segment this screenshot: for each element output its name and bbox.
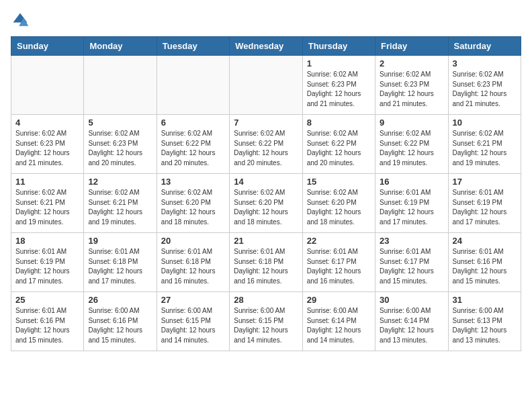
calendar-cell: 23Sunrise: 6:01 AM Sunset: 6:17 PM Dayli… [375, 233, 448, 292]
day-number: 12 [88, 177, 152, 187]
day-info: Sunrise: 6:02 AM Sunset: 6:23 PM Dayligh… [453, 70, 517, 109]
day-info: Sunrise: 6:01 AM Sunset: 6:18 PM Dayligh… [161, 247, 225, 286]
day-info: Sunrise: 6:01 AM Sunset: 6:19 PM Dayligh… [15, 247, 79, 286]
calendar-cell: 25Sunrise: 6:01 AM Sunset: 6:16 PM Dayli… [11, 292, 84, 351]
day-info: Sunrise: 6:01 AM Sunset: 6:16 PM Dayligh… [15, 306, 79, 345]
calendar-cell: 4Sunrise: 6:02 AM Sunset: 6:23 PM Daylig… [11, 115, 84, 174]
day-number: 25 [15, 295, 79, 305]
weekday-header-saturday: Saturday [448, 37, 521, 56]
day-number: 5 [88, 118, 152, 128]
day-info: Sunrise: 6:01 AM Sunset: 6:19 PM Dayligh… [380, 188, 443, 227]
day-number: 1 [307, 58, 371, 68]
day-number: 24 [453, 236, 517, 246]
calendar-cell: 6Sunrise: 6:02 AM Sunset: 6:22 PM Daylig… [157, 115, 229, 174]
day-info: Sunrise: 6:02 AM Sunset: 6:23 PM Dayligh… [307, 70, 371, 109]
day-number: 7 [234, 118, 298, 128]
day-info: Sunrise: 6:02 AM Sunset: 6:23 PM Dayligh… [380, 70, 443, 109]
calendar-cell: 10Sunrise: 6:02 AM Sunset: 6:21 PM Dayli… [448, 115, 521, 174]
day-number: 6 [161, 118, 225, 128]
day-number: 16 [380, 177, 443, 187]
calendar-cell: 27Sunrise: 6:00 AM Sunset: 6:15 PM Dayli… [157, 292, 229, 351]
calendar-cell: 15Sunrise: 6:02 AM Sunset: 6:20 PM Dayli… [302, 174, 375, 233]
week-row-5: 25Sunrise: 6:01 AM Sunset: 6:16 PM Dayli… [11, 292, 521, 351]
day-number: 20 [161, 236, 225, 246]
day-number: 15 [307, 177, 371, 187]
weekday-header-thursday: Thursday [302, 37, 375, 56]
calendar-cell: 24Sunrise: 6:01 AM Sunset: 6:16 PM Dayli… [448, 233, 521, 292]
calendar-cell: 22Sunrise: 6:01 AM Sunset: 6:17 PM Dayli… [302, 233, 375, 292]
calendar-cell: 7Sunrise: 6:02 AM Sunset: 6:22 PM Daylig… [230, 115, 302, 174]
calendar-header: SundayMondayTuesdayWednesdayThursdayFrid… [11, 37, 521, 56]
day-number: 23 [380, 236, 443, 246]
calendar-cell: 1Sunrise: 6:02 AM Sunset: 6:23 PM Daylig… [302, 56, 375, 115]
calendar-cell [230, 56, 302, 115]
calendar-cell: 9Sunrise: 6:02 AM Sunset: 6:22 PM Daylig… [375, 115, 448, 174]
day-number: 9 [380, 118, 443, 128]
day-info: Sunrise: 6:00 AM Sunset: 6:15 PM Dayligh… [234, 306, 298, 345]
calendar-cell: 19Sunrise: 6:01 AM Sunset: 6:18 PM Dayli… [84, 233, 157, 292]
day-number: 31 [453, 295, 517, 305]
weekday-header-tuesday: Tuesday [157, 37, 229, 56]
day-info: Sunrise: 6:02 AM Sunset: 6:20 PM Dayligh… [307, 188, 371, 227]
day-info: Sunrise: 6:02 AM Sunset: 6:21 PM Dayligh… [15, 188, 79, 227]
day-info: Sunrise: 6:02 AM Sunset: 6:23 PM Dayligh… [15, 129, 79, 168]
calendar-cell: 14Sunrise: 6:02 AM Sunset: 6:20 PM Dayli… [230, 174, 302, 233]
day-info: Sunrise: 6:01 AM Sunset: 6:17 PM Dayligh… [307, 247, 371, 286]
calendar-body: 1Sunrise: 6:02 AM Sunset: 6:23 PM Daylig… [11, 56, 521, 351]
calendar-cell: 3Sunrise: 6:02 AM Sunset: 6:23 PM Daylig… [448, 56, 521, 115]
logo [11, 11, 32, 30]
day-info: Sunrise: 6:01 AM Sunset: 6:16 PM Dayligh… [453, 247, 517, 286]
day-number: 13 [161, 177, 225, 187]
day-info: Sunrise: 6:02 AM Sunset: 6:21 PM Dayligh… [88, 188, 152, 227]
calendar-cell: 8Sunrise: 6:02 AM Sunset: 6:22 PM Daylig… [302, 115, 375, 174]
weekday-header-wednesday: Wednesday [230, 37, 302, 56]
weekday-header-sunday: Sunday [11, 37, 84, 56]
day-info: Sunrise: 6:01 AM Sunset: 6:18 PM Dayligh… [88, 247, 152, 286]
day-number: 11 [15, 177, 79, 187]
week-row-1: 1Sunrise: 6:02 AM Sunset: 6:23 PM Daylig… [11, 56, 521, 115]
calendar-cell: 17Sunrise: 6:01 AM Sunset: 6:19 PM Dayli… [448, 174, 521, 233]
page-header [11, 11, 521, 30]
calendar-cell: 12Sunrise: 6:02 AM Sunset: 6:21 PM Dayli… [84, 174, 157, 233]
day-number: 21 [234, 236, 298, 246]
day-info: Sunrise: 6:00 AM Sunset: 6:15 PM Dayligh… [161, 306, 225, 345]
calendar-cell [157, 56, 229, 115]
day-number: 26 [88, 295, 152, 305]
calendar-cell: 31Sunrise: 6:00 AM Sunset: 6:13 PM Dayli… [448, 292, 521, 351]
day-info: Sunrise: 6:00 AM Sunset: 6:14 PM Dayligh… [380, 306, 443, 345]
calendar-cell: 11Sunrise: 6:02 AM Sunset: 6:21 PM Dayli… [11, 174, 84, 233]
calendar-cell: 13Sunrise: 6:02 AM Sunset: 6:20 PM Dayli… [157, 174, 229, 233]
day-number: 17 [453, 177, 517, 187]
day-info: Sunrise: 6:02 AM Sunset: 6:22 PM Dayligh… [161, 129, 225, 168]
day-info: Sunrise: 6:02 AM Sunset: 6:20 PM Dayligh… [161, 188, 225, 227]
calendar-cell: 21Sunrise: 6:01 AM Sunset: 6:18 PM Dayli… [230, 233, 302, 292]
calendar-cell: 20Sunrise: 6:01 AM Sunset: 6:18 PM Dayli… [157, 233, 229, 292]
day-number: 30 [380, 295, 443, 305]
day-info: Sunrise: 6:00 AM Sunset: 6:13 PM Dayligh… [453, 306, 517, 345]
day-number: 14 [234, 177, 298, 187]
day-info: Sunrise: 6:00 AM Sunset: 6:14 PM Dayligh… [307, 306, 371, 345]
day-info: Sunrise: 6:01 AM Sunset: 6:17 PM Dayligh… [380, 247, 443, 286]
calendar-cell: 2Sunrise: 6:02 AM Sunset: 6:23 PM Daylig… [375, 56, 448, 115]
day-number: 2 [380, 58, 443, 68]
calendar-cell: 5Sunrise: 6:02 AM Sunset: 6:23 PM Daylig… [84, 115, 157, 174]
day-info: Sunrise: 6:02 AM Sunset: 6:20 PM Dayligh… [234, 188, 298, 227]
day-info: Sunrise: 6:02 AM Sunset: 6:22 PM Dayligh… [380, 129, 443, 168]
day-number: 19 [88, 236, 152, 246]
calendar-cell: 16Sunrise: 6:01 AM Sunset: 6:19 PM Dayli… [375, 174, 448, 233]
weekday-header-friday: Friday [375, 37, 448, 56]
day-number: 8 [307, 118, 371, 128]
logo-icon [11, 11, 30, 30]
day-number: 4 [15, 118, 79, 128]
day-info: Sunrise: 6:02 AM Sunset: 6:22 PM Dayligh… [234, 129, 298, 168]
day-number: 29 [307, 295, 371, 305]
calendar-cell: 29Sunrise: 6:00 AM Sunset: 6:14 PM Dayli… [302, 292, 375, 351]
week-row-3: 11Sunrise: 6:02 AM Sunset: 6:21 PM Dayli… [11, 174, 521, 233]
weekday-row: SundayMondayTuesdayWednesdayThursdayFrid… [11, 37, 521, 56]
weekday-header-monday: Monday [84, 37, 157, 56]
day-info: Sunrise: 6:02 AM Sunset: 6:21 PM Dayligh… [453, 129, 517, 168]
day-number: 18 [15, 236, 79, 246]
day-info: Sunrise: 6:00 AM Sunset: 6:16 PM Dayligh… [88, 306, 152, 345]
day-number: 28 [234, 295, 298, 305]
week-row-4: 18Sunrise: 6:01 AM Sunset: 6:19 PM Dayli… [11, 233, 521, 292]
